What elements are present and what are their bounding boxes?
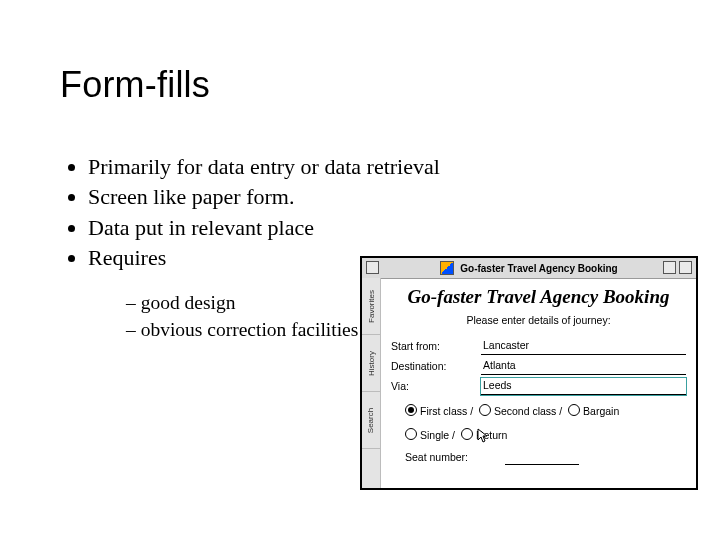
window-maximize-button[interactable] [679,261,692,274]
form-body: Go-faster Travel Agency Booking Please e… [381,278,696,488]
radio-second-class-label: Second class [494,405,556,417]
sidebar: Favorites History Search [362,278,381,488]
window-minimize-button[interactable] [663,261,676,274]
window-titlebar: Go-faster Travel Agency Booking [362,258,696,279]
bullet-item: Data put in relevant place [88,213,440,243]
window-title-text: Go-faster Travel Agency Booking [460,263,617,274]
radio-first-class[interactable] [405,404,417,416]
slide: Form-fills Primarily for data entry or d… [0,0,720,540]
label-start-from: Start from: [391,340,481,352]
sub-bullet-list: good design obvious correction facilitie… [102,290,358,344]
sub-bullet-item: good design [126,290,358,317]
radio-first-class-label: First class [420,405,467,417]
bullet-item: Screen like paper form. [88,182,440,212]
form-heading: Go-faster Travel Agency Booking [391,286,686,308]
bullet-item: Primarily for data entry or data retriev… [88,152,440,182]
label-destination: Destination: [391,360,481,372]
app-icon [440,261,454,275]
input-start-from[interactable]: Lancaster [481,338,686,355]
window-menu-button[interactable] [366,261,379,274]
sidebar-tab-favorites[interactable]: Favorites [362,278,380,335]
trip-radio-group: Single / Return [391,426,686,444]
radio-bargain[interactable] [568,404,580,416]
label-seat-number: Seat number: [391,451,505,463]
radio-return-label: Return [476,429,508,441]
label-via: Via: [391,380,481,392]
slide-title: Form-fills [60,64,210,106]
radio-return[interactable] [461,428,473,440]
sub-bullet-item: obvious correction facilities [126,317,358,344]
radio-second-class[interactable] [479,404,491,416]
input-seat-number[interactable] [505,448,579,465]
radio-single[interactable] [405,428,417,440]
radio-single-label: Single [420,429,449,441]
sidebar-tab-history[interactable]: History [362,335,380,392]
form-subtitle: Please enter details of journey: [391,314,686,326]
input-destination[interactable]: Atlanta [481,358,686,375]
class-radio-group: First class / Second class / Bargain [391,402,686,420]
form-window: Go-faster Travel Agency Booking Favorite… [360,256,698,490]
radio-bargain-label: Bargain [583,405,619,417]
sidebar-tab-search[interactable]: Search [362,392,380,449]
input-via[interactable]: Leeds [481,378,686,395]
